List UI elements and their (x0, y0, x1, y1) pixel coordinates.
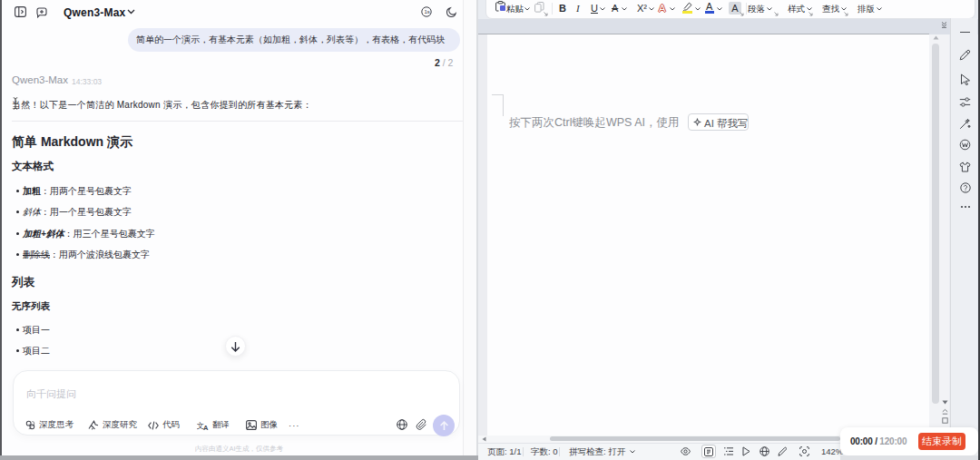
svg-text:A: A (203, 424, 209, 430)
svg-text:1s: 1s (424, 9, 429, 15)
